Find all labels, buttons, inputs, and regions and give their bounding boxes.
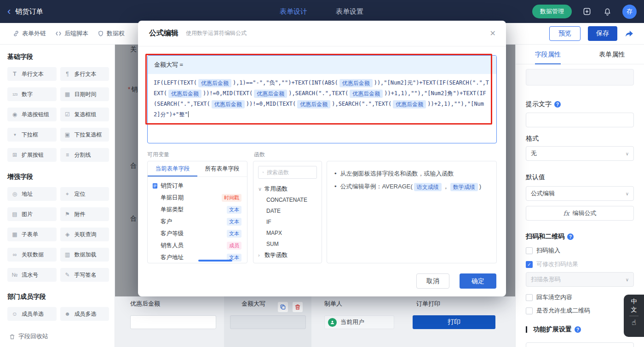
toolbar-item-data-permission[interactable]: 数据权 [98,23,125,44]
add-action-button[interactable]: 添加操作 [526,342,634,347]
sidebar-field-multi-line-text[interactable]: ¶多行文本 [60,67,109,81]
sidebar-field-address[interactable]: ◎地址 [7,187,57,201]
sidebar-field-attachment[interactable]: ⚑附件 [60,207,109,221]
field-pill[interactable]: 优惠后金额 [254,90,287,98]
scan-editable-checkbox-row[interactable]: ✓ 可修改扫码结果 [526,260,634,268]
edit-formula-button[interactable]: fx 编辑公式 [526,206,634,221]
sidebar-field-linked-query[interactable]: ◈关联查询 [60,228,109,241]
translate-widget[interactable]: 中 文 ☝ [624,295,644,337]
sidebar-field-signature[interactable]: ✎手写签名 [60,268,109,282]
function-item[interactable]: SUM [253,239,322,250]
allow-qrcode-checkbox-row[interactable]: 是否允许生成二维码 [526,307,634,315]
sidebar-field-serial-number[interactable]: №流水号 [7,268,57,282]
checkbox-unchecked[interactable] [526,294,533,301]
hint-text-input[interactable] [526,113,634,127]
close-icon[interactable]: ✕ [490,29,496,38]
save-button[interactable]: 保存 [588,26,617,41]
back-icon[interactable]: ‹ [7,6,11,17]
help-icon[interactable]: ? [575,326,581,333]
maker-current-user-pill[interactable]: 当前用户 [324,315,394,329]
discounted-amount-input[interactable] [130,315,216,329]
field-pill[interactable]: 优惠后金额 [393,100,426,108]
sidebar-field-date-time[interactable]: ▦日期时间 [60,87,109,101]
variable-row[interactable]: 单据类型文本 [148,204,247,216]
tab-current-form-fields[interactable]: 当前表单字段 [148,161,197,176]
data-manage-button[interactable]: 数据管理 [532,5,572,18]
tab-form-settings[interactable]: 表单设置 [336,7,363,16]
variables-root-form[interactable]: 销货订单 [148,180,247,192]
delete-field-button[interactable] [293,302,303,312]
function-item[interactable]: DATE [253,205,322,216]
field-pill[interactable]: 数学成绩 [450,183,478,191]
field-title-input[interactable] [526,69,634,85]
preview-button[interactable]: 预览 [549,26,581,41]
type-tag-member: 成员 [227,242,242,250]
variable-row[interactable]: 单据日期时间戳 [148,192,247,204]
field-pill[interactable]: 优惠后金额 [168,90,201,98]
scan-mode-select[interactable]: 扫描条形码 ∨ [526,272,634,287]
field-pill[interactable]: 优惠后金额 [212,100,245,108]
default-value-select[interactable]: 公式编辑 ∨ [526,186,634,201]
share-icon[interactable] [625,29,634,38]
checkbox-unchecked[interactable] [526,247,533,254]
function-item[interactable]: CONCATENATE [253,194,322,205]
sidebar-field-radio-group[interactable]: ◉单选按钮组 [7,108,57,121]
tab-form-properties[interactable]: 表单属性 [580,45,644,64]
sidebar-field-member-multi[interactable]: ☻成员多选 [60,307,109,321]
sidebar-field-member-single[interactable]: ☺成员单选 [7,307,57,321]
field-pill[interactable]: 优惠后金额 [350,90,383,98]
field-pill[interactable]: 语文成绩 [414,183,442,191]
sidebar-field-dropdown-multi[interactable]: ▣下拉复选框 [60,128,109,142]
function-item[interactable]: IF [253,216,322,228]
function-group-common[interactable]: ∨常用函数 [253,183,322,194]
sidebar-field-dropdown[interactable]: ▼下拉框 [7,128,57,142]
function-search-input[interactable] [267,169,313,176]
avatar[interactable]: 存 [622,5,637,19]
field-recycle-bin[interactable]: 字段回收站 [9,332,48,341]
function-search[interactable] [258,166,317,179]
print-button[interactable]: 打印 [413,315,495,329]
variable-row[interactable]: 销售人员成员 [148,239,247,251]
sidebar-field-image[interactable]: ▤图片 [7,207,57,221]
scan-input-checkbox-row[interactable]: 扫码输入 [526,246,634,255]
tab-form-design[interactable]: 表单设计 [280,7,307,16]
function-group-math[interactable]: ›数学函数 [253,250,322,261]
function-group-text[interactable]: ›文本函数 [253,261,322,263]
help-icon[interactable]: ? [567,233,574,240]
field-pill[interactable]: 优惠后金额 [198,79,231,87]
amount-caps-input[interactable] [230,315,306,329]
type-tag-text: 文本 [227,230,242,238]
sidebar-field-divider[interactable]: ≡分割线 [60,148,109,162]
toolbar-item-external-link[interactable]: 表单外链 [13,23,46,44]
scrollbar-thumb[interactable] [198,260,232,262]
function-item[interactable]: MAPX [253,228,322,239]
checkbox-checked[interactable]: ✓ [526,261,533,268]
variable-row[interactable]: 客户地址文本 [148,251,247,263]
tab-field-properties[interactable]: 字段属性 [516,45,580,64]
sidebar-field-location[interactable]: ⌖定位 [60,187,109,201]
copy-field-button[interactable] [278,302,288,312]
formula-body[interactable]: IF(LEFT(TEXT(优惠后金额),1)=="-","负","")+TEXT… [148,74,496,124]
sidebar-field-extend-button[interactable]: ⊞扩展按钮 [7,148,57,162]
sidebar-field-linked-data[interactable]: ∞关联数据 [7,248,57,262]
help-icon[interactable]: ? [554,101,561,108]
sidebar-field-data-load[interactable]: ▥数据加载 [60,248,109,262]
tab-all-form-fields[interactable]: 所有表单字段 [197,161,247,176]
confirm-button[interactable]: 确定 [460,273,496,289]
enter-clear-checkbox-row[interactable]: 回车清空内容 [526,293,634,301]
variable-row[interactable]: 客户等级文本 [148,228,247,239]
sidebar-field-number[interactable]: 123数字 [7,87,57,101]
checkbox-unchecked[interactable] [526,307,533,314]
sidebar-field-single-line-text[interactable]: T单行文本 [7,67,57,81]
cancel-button[interactable]: 取消 [416,273,449,289]
toolbar-item-backend-script[interactable]: 后端脚本 [55,23,88,44]
field-pill[interactable]: 优惠后金额 [297,100,330,108]
format-select[interactable]: 无 ∨ [526,146,634,161]
formula-editor[interactable]: 金额大写 = IF(LEFT(TEXT(优惠后金额),1)=="-","负","… [147,55,497,143]
sidebar-field-checkbox-group[interactable]: ☑复选框组 [60,108,109,121]
flow-icon[interactable] [582,6,592,17]
variable-row[interactable]: 客户文本 [148,216,247,228]
notification-bell-icon[interactable] [602,6,612,17]
sidebar-field-subform[interactable]: ▦子表单 [7,228,57,241]
field-pill[interactable]: 优惠后金额 [339,79,373,87]
